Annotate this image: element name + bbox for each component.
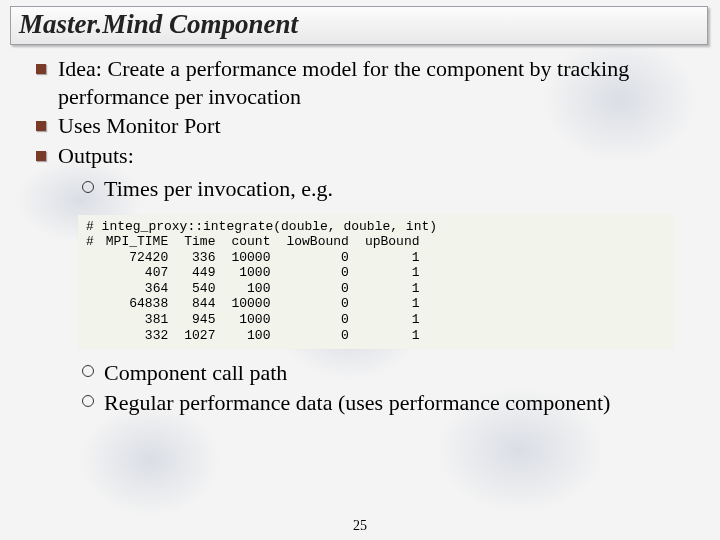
main-bullet-list-continued: Component call path Regular performance … [18, 359, 702, 416]
cell-c2: 540 [176, 281, 223, 297]
cell-c2: 336 [176, 250, 223, 266]
cell-c2: 449 [176, 265, 223, 281]
code-table-row: 381945100001 [86, 312, 428, 328]
cell-c1: 364 [98, 281, 176, 297]
page-number: 25 [0, 518, 720, 534]
sub-bullet-list-1: Times per invocation, e.g. [58, 175, 702, 203]
slide-body: Idea: Create a performance model for the… [0, 55, 720, 416]
code-table-row: 407449100001 [86, 265, 428, 281]
cell-hash [86, 328, 98, 344]
code-table-row: 648388441000001 [86, 296, 428, 312]
cell-c3: 1000 [223, 312, 278, 328]
code-header-line: # integ_proxy::integrate(double, double,… [86, 219, 666, 235]
subbullet-perfdata: Regular performance data (uses performan… [82, 389, 702, 417]
cell-hash [86, 296, 98, 312]
col-mpitime: MPI_TIME [98, 234, 176, 250]
subbullet-times: Times per invocation, e.g. [82, 175, 702, 203]
bullet-monitor-port: Uses Monitor Port [36, 112, 702, 140]
cell-c5: 1 [357, 265, 428, 281]
cell-c2: 1027 [176, 328, 223, 344]
col-count: count [223, 234, 278, 250]
cell-c3: 1000 [223, 265, 278, 281]
cell-c4: 0 [278, 312, 356, 328]
cell-c3: 100 [223, 328, 278, 344]
code-table-row: 36454010001 [86, 281, 428, 297]
cell-c4: 0 [278, 281, 356, 297]
col-upbound: upBound [357, 234, 428, 250]
cell-c3: 100 [223, 281, 278, 297]
cell-hash [86, 281, 98, 297]
bullet-outputs-cont: Component call path Regular performance … [36, 359, 702, 416]
cell-c5: 1 [357, 296, 428, 312]
code-table: # MPI_TIME Time count lowBound upBound 7… [86, 234, 428, 343]
cell-hash [86, 312, 98, 328]
code-table-row: 724203361000001 [86, 250, 428, 266]
cell-c2: 945 [176, 312, 223, 328]
cell-c5: 1 [357, 312, 428, 328]
cell-c2: 844 [176, 296, 223, 312]
cell-c3: 10000 [223, 250, 278, 266]
cell-c1: 381 [98, 312, 176, 328]
cell-hash [86, 250, 98, 266]
col-time: Time [176, 234, 223, 250]
title-bar: Master.Mind Component [10, 6, 708, 45]
cell-c1: 72420 [98, 250, 176, 266]
cell-c4: 0 [278, 250, 356, 266]
bullet-outputs-label: Outputs: [58, 143, 134, 168]
code-block: # integ_proxy::integrate(double, double,… [78, 215, 674, 350]
col-lowbound: lowBound [278, 234, 356, 250]
bullet-outputs: Outputs: Times per invocation, e.g. [36, 142, 702, 203]
cell-c1: 407 [98, 265, 176, 281]
col-hash: # [86, 234, 98, 250]
cell-c5: 1 [357, 281, 428, 297]
sub-bullet-list-2: Component call path Regular performance … [58, 359, 702, 416]
cell-c5: 1 [357, 250, 428, 266]
code-table-row: 332102710001 [86, 328, 428, 344]
subbullet-callpath: Component call path [82, 359, 702, 387]
cell-c3: 10000 [223, 296, 278, 312]
cell-c1: 332 [98, 328, 176, 344]
bullet-idea: Idea: Create a performance model for the… [36, 55, 702, 110]
cell-c1: 64838 [98, 296, 176, 312]
code-table-header: # MPI_TIME Time count lowBound upBound [86, 234, 428, 250]
cell-c4: 0 [278, 296, 356, 312]
slide-title: Master.Mind Component [19, 9, 699, 40]
cell-c4: 0 [278, 265, 356, 281]
cell-c4: 0 [278, 328, 356, 344]
main-bullet-list: Idea: Create a performance model for the… [18, 55, 702, 203]
cell-hash [86, 265, 98, 281]
cell-c5: 1 [357, 328, 428, 344]
